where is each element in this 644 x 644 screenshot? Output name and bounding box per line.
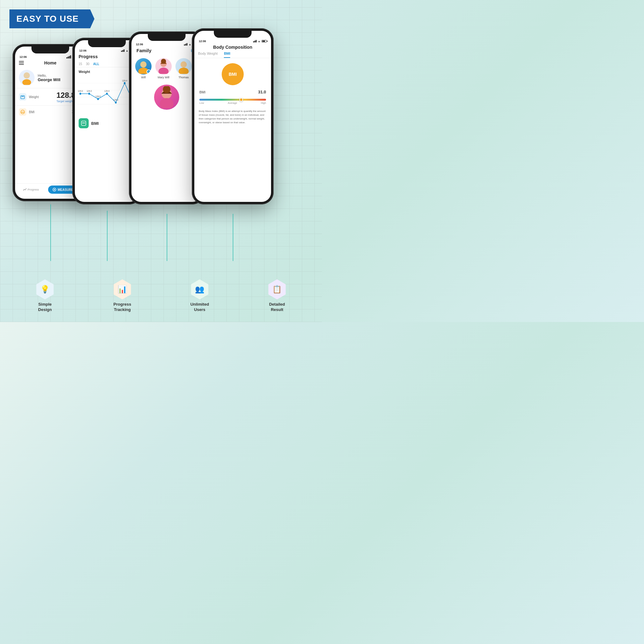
- line-1: [50, 204, 51, 261]
- svg-point-1: [22, 79, 31, 85]
- phone-family-screen: 12:06 ▲ Family Edit: [131, 34, 202, 202]
- svg-point-33: [180, 61, 187, 68]
- bmi-description: Body Mass Index (BMI) is an attempt to q…: [194, 107, 271, 127]
- home-title: Home: [44, 60, 57, 65]
- bmi-label-home: BMI: [29, 110, 69, 114]
- lightbulb-icon: 💡: [40, 285, 50, 294]
- nav-progress[interactable]: Progress: [23, 188, 39, 192]
- notch-3: [148, 34, 186, 41]
- weight-icon-box: [19, 93, 26, 101]
- body-comp-tabs: Body Weight BMI: [194, 52, 271, 58]
- svg-text:128.6: 128.6: [96, 95, 101, 98]
- bmi-circle: BMI: [222, 63, 244, 85]
- svg-point-7: [54, 189, 55, 190]
- bmi-score-row: BMI 31.0: [194, 88, 271, 96]
- bmi-icon-box: BMI: [19, 108, 26, 116]
- unlimited-users-label: UnlimitedUsers: [190, 302, 209, 313]
- feature-progress-tracking: 📊 ProgressTracking: [103, 279, 141, 313]
- family-header: Family Edit: [131, 47, 202, 56]
- bmi-section-label: BMI: [91, 121, 99, 126]
- tab-bmi[interactable]: BMI: [224, 52, 230, 58]
- hex-purple: 📋: [267, 279, 287, 299]
- svg-point-16: [115, 102, 117, 104]
- line-3: [167, 214, 167, 261]
- notch-2: [88, 40, 126, 47]
- user-name: George Will: [38, 77, 60, 82]
- bmi-green-icon: [79, 118, 89, 128]
- bmi-scale: Low Average High: [194, 96, 271, 107]
- unlimited-users-hex: 👥: [190, 279, 210, 299]
- svg-text:BMI: BMI: [21, 111, 24, 113]
- svg-point-12: [80, 93, 81, 95]
- tab-15[interactable]: 15: [79, 62, 82, 66]
- body-comp-title: Body Composition: [194, 43, 271, 52]
- tab-body-weight[interactable]: Body Weight: [198, 52, 218, 58]
- time-1: 12:06: [19, 55, 27, 58]
- page-title: EASY TO USE: [16, 14, 79, 24]
- svg-rect-2: [21, 96, 25, 99]
- notch-4: [214, 31, 252, 38]
- svg-text:129.0: 129.0: [86, 90, 92, 93]
- svg-text:129.0: 129.0: [104, 90, 109, 93]
- svg-text:129.0: 129.0: [78, 90, 83, 93]
- member-thomas[interactable]: Thomas: [175, 58, 192, 79]
- svg-point-0: [24, 72, 30, 79]
- member-will-label: Will: [141, 76, 146, 79]
- svg-point-15: [106, 93, 108, 95]
- time-4: 12:06: [199, 40, 206, 43]
- user-avatar: [19, 70, 35, 86]
- detailed-result-label: DetailedResult: [269, 302, 285, 313]
- tab-all[interactable]: ALL: [93, 62, 99, 66]
- features-row: 💡 SimpleDesign 📊 ProgressTracking 👥 Unli…: [0, 279, 322, 313]
- member-will[interactable]: Will: [135, 58, 152, 79]
- svg-rect-27: [82, 123, 85, 123]
- feature-detailed-result: 📋 DetailedResult: [258, 279, 296, 313]
- scale-avg: Average: [228, 102, 237, 104]
- check-badge-will: [147, 69, 151, 74]
- scale-low: Low: [199, 102, 204, 104]
- nav-progress-label: Progress: [28, 188, 39, 191]
- svg-point-37: [160, 98, 174, 108]
- time-2: 12:06: [79, 49, 86, 52]
- svg-point-17: [124, 82, 126, 84]
- phones-area: 12:06 ▲ Home: [6, 19, 316, 233]
- detailed-result-hex: 📋: [267, 279, 287, 299]
- svg-point-31: [158, 68, 169, 74]
- menu-icon[interactable]: [19, 61, 24, 65]
- users-icon: 👥: [195, 285, 204, 294]
- member-mary[interactable]: Mary Will: [155, 58, 172, 79]
- svg-text:129.4: 129.4: [122, 79, 127, 82]
- line-2: [107, 211, 108, 261]
- greeting-text: Hello,: [38, 74, 60, 77]
- member-thomas-label: Thomas: [179, 76, 189, 79]
- phone-body-comp: 12:06 ▲ Body Composition Body Weight BMI: [192, 28, 274, 204]
- feature-unlimited-users: 👥 UnlimitedUsers: [181, 279, 219, 313]
- svg-point-28: [140, 61, 147, 68]
- scale-high: High: [261, 102, 266, 104]
- svg-text:128.2: 128.2: [113, 98, 118, 102]
- clipboard-icon: 📋: [272, 285, 282, 294]
- member-mary-label: Mary Will: [158, 76, 169, 79]
- bmi-score-label: BMI: [199, 90, 206, 94]
- progress-tracking-hex: 📊: [112, 279, 132, 299]
- family-title: Family: [136, 48, 152, 53]
- simple-design-label: SimpleDesign: [38, 302, 52, 313]
- svg-rect-3: [21, 96, 24, 97]
- svg-point-34: [179, 68, 189, 74]
- bmi-circle-label: BMI: [229, 72, 237, 77]
- hex-green: 👥: [190, 279, 210, 299]
- family-members-list: Will Mary Will: [131, 56, 202, 81]
- tab-30[interactable]: 30: [86, 62, 89, 66]
- svg-point-32: [161, 59, 166, 64]
- progress-tracking-label: ProgressTracking: [114, 302, 131, 313]
- line-4: [233, 214, 233, 261]
- wifi-icon-3: ▲: [189, 43, 191, 46]
- wifi-icon-2: ▲: [126, 49, 128, 52]
- chart-icon: 📊: [118, 285, 127, 294]
- hex-orange: 📊: [112, 279, 132, 299]
- measure-label: MEASURE: [58, 188, 73, 192]
- svg-point-13: [88, 93, 90, 95]
- header-banner: EASY TO USE: [9, 9, 94, 28]
- notch-1: [31, 47, 69, 53]
- phone-body-comp-screen: 12:06 ▲ Body Composition Body Weight BMI: [194, 31, 271, 202]
